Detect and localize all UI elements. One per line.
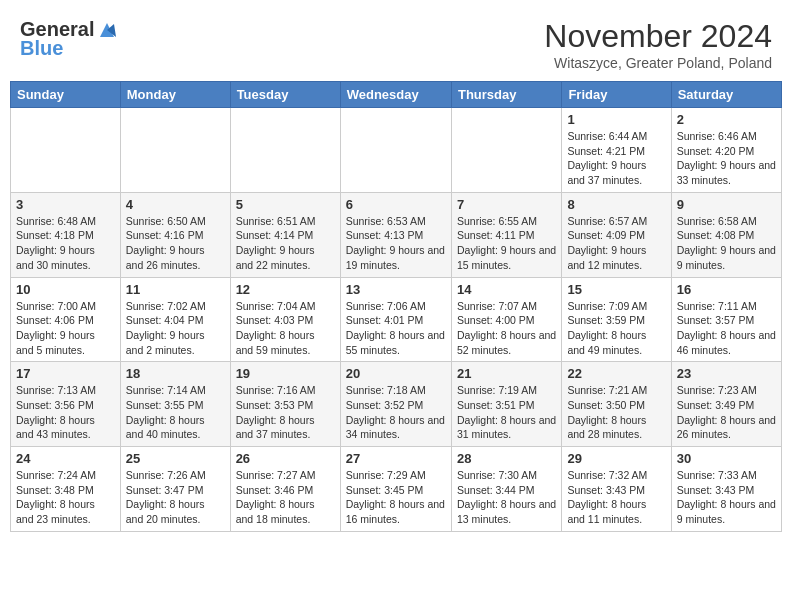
day-number: 29: [567, 451, 665, 466]
day-info: Sunrise: 7:07 AM Sunset: 4:00 PM Dayligh…: [457, 299, 556, 358]
day-info: Sunrise: 6:55 AM Sunset: 4:11 PM Dayligh…: [457, 214, 556, 273]
day-number: 23: [677, 366, 776, 381]
day-number: 14: [457, 282, 556, 297]
day-info: Sunrise: 7:13 AM Sunset: 3:56 PM Dayligh…: [16, 383, 115, 442]
day-number: 19: [236, 366, 335, 381]
calendar-cell: 28Sunrise: 7:30 AM Sunset: 3:44 PM Dayli…: [451, 447, 561, 532]
calendar-cell: 26Sunrise: 7:27 AM Sunset: 3:46 PM Dayli…: [230, 447, 340, 532]
day-info: Sunrise: 7:24 AM Sunset: 3:48 PM Dayligh…: [16, 468, 115, 527]
calendar-cell: 13Sunrise: 7:06 AM Sunset: 4:01 PM Dayli…: [340, 277, 451, 362]
logo-blue: Blue: [20, 37, 63, 60]
calendar-cell: 18Sunrise: 7:14 AM Sunset: 3:55 PM Dayli…: [120, 362, 230, 447]
calendar-cell: 3Sunrise: 6:48 AM Sunset: 4:18 PM Daylig…: [11, 192, 121, 277]
calendar-body: 1Sunrise: 6:44 AM Sunset: 4:21 PM Daylig…: [11, 108, 782, 532]
calendar-cell: [451, 108, 561, 193]
day-number: 10: [16, 282, 115, 297]
day-info: Sunrise: 6:51 AM Sunset: 4:14 PM Dayligh…: [236, 214, 335, 273]
calendar-cell: 24Sunrise: 7:24 AM Sunset: 3:48 PM Dayli…: [11, 447, 121, 532]
day-info: Sunrise: 6:44 AM Sunset: 4:21 PM Dayligh…: [567, 129, 665, 188]
calendar-cell: 27Sunrise: 7:29 AM Sunset: 3:45 PM Dayli…: [340, 447, 451, 532]
day-info: Sunrise: 7:18 AM Sunset: 3:52 PM Dayligh…: [346, 383, 446, 442]
day-info: Sunrise: 6:50 AM Sunset: 4:16 PM Dayligh…: [126, 214, 225, 273]
calendar-cell: 1Sunrise: 6:44 AM Sunset: 4:21 PM Daylig…: [562, 108, 671, 193]
day-number: 1: [567, 112, 665, 127]
day-number: 7: [457, 197, 556, 212]
calendar-cell: 22Sunrise: 7:21 AM Sunset: 3:50 PM Dayli…: [562, 362, 671, 447]
calendar-table: SundayMondayTuesdayWednesdayThursdayFrid…: [10, 81, 782, 532]
day-info: Sunrise: 6:57 AM Sunset: 4:09 PM Dayligh…: [567, 214, 665, 273]
day-number: 20: [346, 366, 446, 381]
weekday-header-sunday: Sunday: [11, 82, 121, 108]
weekday-header-row: SundayMondayTuesdayWednesdayThursdayFrid…: [11, 82, 782, 108]
day-number: 13: [346, 282, 446, 297]
day-info: Sunrise: 7:09 AM Sunset: 3:59 PM Dayligh…: [567, 299, 665, 358]
day-info: Sunrise: 6:53 AM Sunset: 4:13 PM Dayligh…: [346, 214, 446, 273]
day-number: 25: [126, 451, 225, 466]
week-row-3: 10Sunrise: 7:00 AM Sunset: 4:06 PM Dayli…: [11, 277, 782, 362]
day-info: Sunrise: 7:16 AM Sunset: 3:53 PM Dayligh…: [236, 383, 335, 442]
calendar-cell: [230, 108, 340, 193]
calendar-cell: 12Sunrise: 7:04 AM Sunset: 4:03 PM Dayli…: [230, 277, 340, 362]
week-row-5: 24Sunrise: 7:24 AM Sunset: 3:48 PM Dayli…: [11, 447, 782, 532]
day-number: 26: [236, 451, 335, 466]
day-info: Sunrise: 7:11 AM Sunset: 3:57 PM Dayligh…: [677, 299, 776, 358]
calendar-cell: 23Sunrise: 7:23 AM Sunset: 3:49 PM Dayli…: [671, 362, 781, 447]
calendar-cell: 16Sunrise: 7:11 AM Sunset: 3:57 PM Dayli…: [671, 277, 781, 362]
day-info: Sunrise: 6:46 AM Sunset: 4:20 PM Dayligh…: [677, 129, 776, 188]
day-number: 8: [567, 197, 665, 212]
day-number: 24: [16, 451, 115, 466]
calendar-cell: 7Sunrise: 6:55 AM Sunset: 4:11 PM Daylig…: [451, 192, 561, 277]
title-area: November 2024 Witaszyce, Greater Poland,…: [544, 18, 772, 71]
day-info: Sunrise: 7:19 AM Sunset: 3:51 PM Dayligh…: [457, 383, 556, 442]
calendar-cell: 17Sunrise: 7:13 AM Sunset: 3:56 PM Dayli…: [11, 362, 121, 447]
day-info: Sunrise: 7:02 AM Sunset: 4:04 PM Dayligh…: [126, 299, 225, 358]
calendar-cell: 14Sunrise: 7:07 AM Sunset: 4:00 PM Dayli…: [451, 277, 561, 362]
calendar-cell: 2Sunrise: 6:46 AM Sunset: 4:20 PM Daylig…: [671, 108, 781, 193]
day-info: Sunrise: 7:23 AM Sunset: 3:49 PM Dayligh…: [677, 383, 776, 442]
day-number: 30: [677, 451, 776, 466]
day-number: 4: [126, 197, 225, 212]
day-number: 12: [236, 282, 335, 297]
weekday-header-thursday: Thursday: [451, 82, 561, 108]
day-info: Sunrise: 7:27 AM Sunset: 3:46 PM Dayligh…: [236, 468, 335, 527]
logo: General Blue: [20, 18, 118, 60]
day-number: 21: [457, 366, 556, 381]
day-number: 5: [236, 197, 335, 212]
weekday-header-friday: Friday: [562, 82, 671, 108]
day-info: Sunrise: 7:06 AM Sunset: 4:01 PM Dayligh…: [346, 299, 446, 358]
header: General Blue November 2024 Witaszyce, Gr…: [10, 10, 782, 75]
day-number: 9: [677, 197, 776, 212]
day-number: 18: [126, 366, 225, 381]
day-number: 3: [16, 197, 115, 212]
calendar-cell: 10Sunrise: 7:00 AM Sunset: 4:06 PM Dayli…: [11, 277, 121, 362]
day-number: 2: [677, 112, 776, 127]
day-info: Sunrise: 7:04 AM Sunset: 4:03 PM Dayligh…: [236, 299, 335, 358]
week-row-4: 17Sunrise: 7:13 AM Sunset: 3:56 PM Dayli…: [11, 362, 782, 447]
weekday-header-monday: Monday: [120, 82, 230, 108]
week-row-2: 3Sunrise: 6:48 AM Sunset: 4:18 PM Daylig…: [11, 192, 782, 277]
day-info: Sunrise: 7:26 AM Sunset: 3:47 PM Dayligh…: [126, 468, 225, 527]
calendar-cell: 6Sunrise: 6:53 AM Sunset: 4:13 PM Daylig…: [340, 192, 451, 277]
weekday-header-wednesday: Wednesday: [340, 82, 451, 108]
calendar-cell: [11, 108, 121, 193]
location-subtitle: Witaszyce, Greater Poland, Poland: [544, 55, 772, 71]
day-number: 16: [677, 282, 776, 297]
calendar-cell: 15Sunrise: 7:09 AM Sunset: 3:59 PM Dayli…: [562, 277, 671, 362]
day-number: 15: [567, 282, 665, 297]
calendar-cell: 4Sunrise: 6:50 AM Sunset: 4:16 PM Daylig…: [120, 192, 230, 277]
day-number: 22: [567, 366, 665, 381]
day-info: Sunrise: 6:48 AM Sunset: 4:18 PM Dayligh…: [16, 214, 115, 273]
day-info: Sunrise: 7:33 AM Sunset: 3:43 PM Dayligh…: [677, 468, 776, 527]
day-info: Sunrise: 7:00 AM Sunset: 4:06 PM Dayligh…: [16, 299, 115, 358]
week-row-1: 1Sunrise: 6:44 AM Sunset: 4:21 PM Daylig…: [11, 108, 782, 193]
calendar-cell: 8Sunrise: 6:57 AM Sunset: 4:09 PM Daylig…: [562, 192, 671, 277]
calendar-cell: 20Sunrise: 7:18 AM Sunset: 3:52 PM Dayli…: [340, 362, 451, 447]
calendar-cell: [340, 108, 451, 193]
day-number: 27: [346, 451, 446, 466]
month-title: November 2024: [544, 18, 772, 55]
day-info: Sunrise: 6:58 AM Sunset: 4:08 PM Dayligh…: [677, 214, 776, 273]
logo-icon: [96, 19, 118, 41]
calendar-cell: 9Sunrise: 6:58 AM Sunset: 4:08 PM Daylig…: [671, 192, 781, 277]
calendar-cell: 29Sunrise: 7:32 AM Sunset: 3:43 PM Dayli…: [562, 447, 671, 532]
day-info: Sunrise: 7:30 AM Sunset: 3:44 PM Dayligh…: [457, 468, 556, 527]
